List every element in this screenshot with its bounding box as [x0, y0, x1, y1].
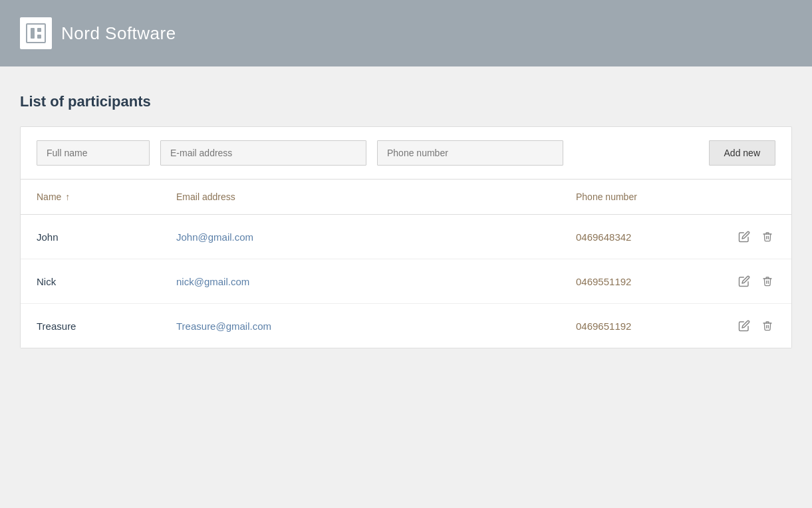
delete-button[interactable]: [759, 228, 775, 245]
page-title: List of participants: [20, 93, 792, 110]
phone-input[interactable]: [377, 140, 563, 166]
svg-rect-0: [27, 24, 45, 43]
participant-email: John@gmail.com: [176, 231, 576, 243]
participant-phone: 0469551192: [576, 276, 722, 287]
table-row: John John@gmail.com 0469648342: [21, 215, 791, 259]
name-column-header[interactable]: Name ↑: [37, 191, 176, 202]
full-name-input[interactable]: [37, 140, 150, 166]
main-content: List of participants Add new Name ↑ Emai…: [0, 66, 812, 375]
row-actions: [722, 317, 775, 334]
svg-rect-3: [37, 35, 41, 39]
participant-email: Treasure@gmail.com: [176, 320, 576, 332]
logo-icon: [20, 17, 52, 49]
pencil-icon: [738, 231, 750, 243]
row-actions: [722, 228, 775, 245]
svg-rect-2: [37, 28, 41, 32]
svg-rect-1: [31, 28, 35, 39]
participant-name: Treasure: [37, 320, 176, 332]
trash-icon: [762, 275, 773, 287]
add-new-button[interactable]: Add new: [709, 140, 775, 166]
app-header: Nord Software: [0, 0, 812, 66]
participant-email: nick@gmail.com: [176, 276, 576, 287]
table-row: Treasure Treasure@gmail.com 0469651192: [21, 304, 791, 348]
pencil-icon: [738, 320, 750, 332]
delete-button[interactable]: [759, 317, 775, 334]
app-title: Nord Software: [61, 23, 176, 44]
trash-icon: [762, 231, 773, 243]
add-participant-form: Add new: [21, 127, 791, 180]
table-header: Name ↑ Email address Phone number: [21, 180, 791, 215]
phone-column-header: Phone number: [576, 191, 722, 202]
table-row: Nick nick@gmail.com 0469551192: [21, 259, 791, 304]
participant-phone: 0469648342: [576, 231, 722, 243]
table-body: John John@gmail.com 0469648342: [21, 215, 791, 348]
delete-button[interactable]: [759, 273, 775, 290]
name-header-label: Name: [37, 191, 61, 202]
participants-card: Add new Name ↑ Email address Phone numbe…: [20, 126, 792, 348]
email-column-header: Email address: [176, 191, 576, 202]
logo-container: Nord Software: [20, 17, 176, 49]
email-input[interactable]: [160, 140, 366, 166]
sort-arrow-icon: ↑: [65, 191, 70, 202]
edit-button[interactable]: [736, 273, 753, 290]
participant-name: John: [37, 231, 176, 243]
trash-icon: [762, 320, 773, 332]
row-actions: [722, 273, 775, 290]
participant-name: Nick: [37, 276, 176, 287]
edit-button[interactable]: [736, 228, 753, 245]
phone-header-label: Phone number: [576, 191, 637, 202]
participants-table: Name ↑ Email address Phone number John J…: [21, 180, 791, 348]
participant-phone: 0469651192: [576, 320, 722, 332]
edit-button[interactable]: [736, 317, 753, 334]
email-header-label: Email address: [176, 191, 235, 202]
pencil-icon: [738, 275, 750, 287]
